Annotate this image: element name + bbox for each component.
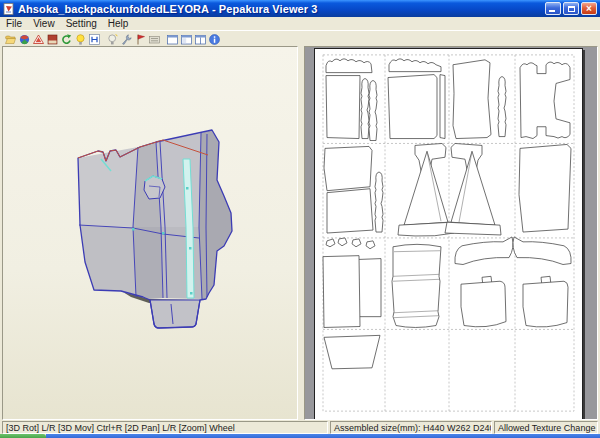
layout-both-icon bbox=[195, 34, 206, 45]
backpack-3d-model bbox=[3, 47, 297, 419]
render-settings-button[interactable] bbox=[105, 33, 119, 46]
fold-line-view-button[interactable] bbox=[31, 33, 45, 46]
about-info-icon bbox=[209, 34, 220, 45]
menu-file[interactable]: File bbox=[2, 18, 29, 29]
configuration-wrench-button[interactable] bbox=[119, 33, 133, 46]
flag-mark-button[interactable] bbox=[133, 33, 147, 46]
minimize-button[interactable] bbox=[545, 2, 561, 15]
window-title: Ahsoka_backpackunfoldedLEYORA - Pepakura… bbox=[18, 3, 543, 15]
2d-pattern-viewport[interactable] bbox=[304, 46, 598, 420]
render-settings-icon bbox=[107, 34, 118, 45]
3d-viewport[interactable] bbox=[2, 46, 298, 420]
status-assembled-size: Assembled size(mm): H440 W262 D240 bbox=[330, 421, 492, 434]
layout-3d-only-button[interactable] bbox=[165, 33, 179, 46]
taskbar-strip[interactable] bbox=[46, 434, 600, 438]
textured-view-icon bbox=[19, 34, 30, 45]
menubar: File View Setting Help bbox=[0, 17, 600, 30]
statusbar: [3D Rot] L/R [3D Mov] Ctrl+R [2D Pan] L/… bbox=[0, 420, 600, 434]
layout-both-button[interactable] bbox=[193, 33, 207, 46]
fit-to-window-button[interactable] bbox=[87, 33, 101, 46]
refresh-view-button[interactable] bbox=[59, 33, 73, 46]
app-icon bbox=[3, 3, 15, 15]
workspace bbox=[0, 46, 600, 420]
textured-view-button[interactable] bbox=[17, 33, 31, 46]
status-mouse-hints: [3D Rot] L/R [3D Mov] Ctrl+R [2D Pan] L/… bbox=[2, 421, 328, 434]
maximize-glyph bbox=[568, 6, 575, 12]
configuration-wrench-icon bbox=[121, 34, 132, 45]
menu-setting[interactable]: Setting bbox=[62, 18, 104, 29]
pattern-page bbox=[314, 48, 583, 420]
open-file-button[interactable] bbox=[3, 33, 17, 46]
layout-2d-only-button[interactable] bbox=[179, 33, 193, 46]
about-info-button[interactable] bbox=[207, 33, 221, 46]
status-texture-change: Allowed Texture Change bbox=[494, 421, 598, 434]
titlebar: Ahsoka_backpackunfoldedLEYORA - Pepakura… bbox=[0, 0, 600, 17]
measure-button[interactable] bbox=[147, 33, 161, 46]
menu-help[interactable]: Help bbox=[104, 18, 136, 29]
close-button[interactable]: × bbox=[581, 2, 597, 15]
flag-mark-icon bbox=[135, 34, 146, 45]
start-button-fragment[interactable] bbox=[0, 434, 46, 438]
fit-to-window-icon bbox=[89, 34, 100, 45]
menu-view[interactable]: View bbox=[29, 18, 62, 29]
open-file-icon bbox=[5, 34, 16, 45]
toolbar bbox=[0, 30, 600, 46]
light-on-icon bbox=[75, 34, 86, 45]
layout-3d-only-icon bbox=[167, 34, 178, 45]
pattern-pieces bbox=[315, 49, 582, 419]
measure-icon bbox=[149, 34, 160, 45]
refresh-view-icon bbox=[61, 34, 72, 45]
maximize-button[interactable] bbox=[563, 2, 579, 15]
light-on-button[interactable] bbox=[73, 33, 87, 46]
layout-2d-only-icon bbox=[181, 34, 192, 45]
minimize-glyph bbox=[549, 10, 555, 12]
taskbar-fragment bbox=[0, 434, 600, 438]
texture-display-button[interactable] bbox=[45, 33, 59, 46]
texture-display-icon bbox=[47, 34, 58, 45]
fold-line-view-icon bbox=[33, 34, 44, 45]
pepakura-viewer-window: Ahsoka_backpackunfoldedLEYORA - Pepakura… bbox=[0, 0, 600, 438]
